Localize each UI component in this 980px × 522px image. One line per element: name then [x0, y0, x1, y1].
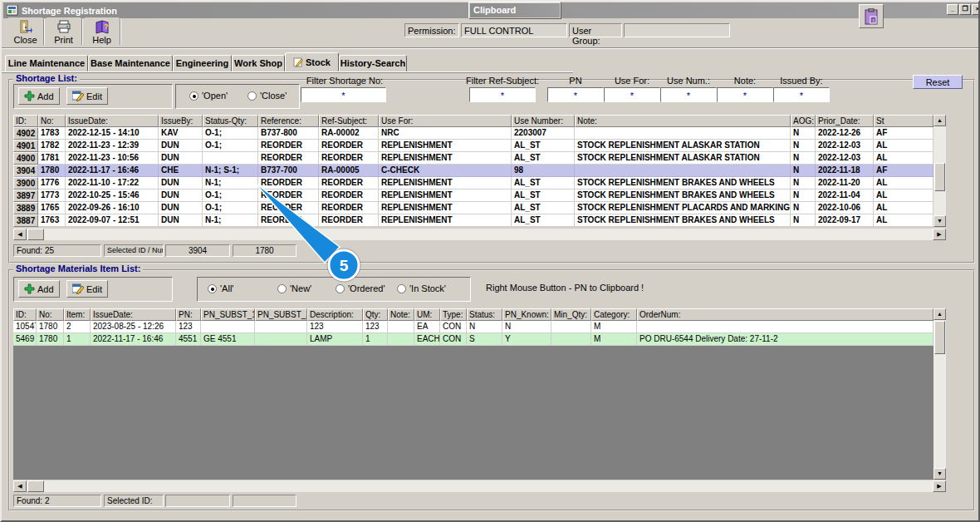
shortage-edit-button[interactable]: Edit	[66, 87, 108, 105]
table-row[interactable]: 5469178012022-11-17 - 16:464551GE 4551LA…	[13, 333, 933, 346]
filter-input-note[interactable]: *	[717, 87, 773, 102]
column-header[interactable]: Use For:	[379, 115, 512, 127]
tab-work-shop[interactable]: Work Shop	[232, 55, 285, 71]
table-row[interactable]: 390417802022-11-17 - 16:46CHEN-1; S-1;B7…	[13, 165, 933, 177]
table-cell: DUN	[159, 202, 203, 214]
table-row[interactable]: 490217832022-12-15 - 14:10KAVO-1;B737-80…	[13, 127, 933, 140]
column-header[interactable]: IssueDate:	[66, 115, 159, 127]
radio-dot[interactable]	[336, 284, 345, 293]
help-book-icon: ?	[95, 19, 110, 34]
scroll-thumb[interactable]	[27, 229, 44, 240]
column-header[interactable]: Item:	[64, 308, 91, 321]
radio-dot[interactable]	[397, 284, 406, 293]
column-header[interactable]: AOG:	[791, 115, 816, 127]
table-row[interactable]: 388917652022-09-26 - 16:10DUNO-1;REORDER…	[13, 202, 933, 214]
column-header[interactable]: IssueDate:	[91, 308, 176, 321]
scroll-up-arrow[interactable]: ▲	[933, 308, 946, 320]
close-button[interactable]: Close	[8, 17, 42, 47]
column-header[interactable]: Note:	[575, 115, 791, 127]
column-header[interactable]: UM:	[414, 308, 440, 321]
materials-edit-button[interactable]: Edit	[66, 280, 108, 298]
filter-input-filter-ref-subject[interactable]: *	[469, 87, 536, 102]
close-window-button[interactable]: ×	[972, 4, 980, 15]
materials-table-hscrollbar[interactable]: ◀ ▶	[13, 480, 946, 492]
column-header[interactable]: OrderNum:	[637, 308, 933, 321]
filter-input-use-num[interactable]: *	[660, 87, 717, 102]
minimize-button[interactable]: _	[947, 4, 958, 15]
shortage-table-vscrollbar[interactable]: ▲ ▼	[933, 115, 946, 227]
radio-dot[interactable]	[277, 284, 287, 293]
clipboard-panel[interactable]: Clipboard	[468, 2, 561, 19]
radio-new[interactable]: 'New'	[277, 283, 311, 293]
filter-input-issued-by[interactable]: *	[773, 87, 830, 102]
table-row[interactable]: 389717732022-10-25 - 15:46DUNO-1;REORDER…	[13, 190, 933, 202]
column-header[interactable]: Status-Qty:	[203, 115, 258, 127]
column-header[interactable]: IssueBy:	[159, 115, 203, 127]
scroll-down-arrow[interactable]: ▼	[933, 215, 946, 227]
shortage-table-hscrollbar[interactable]: ◀ ▶	[13, 229, 946, 240]
scroll-right-arrow[interactable]: ▶	[933, 229, 946, 240]
scroll-left-arrow[interactable]: ◀	[13, 229, 27, 240]
reset-button[interactable]: Reset	[913, 75, 963, 89]
table-row[interactable]: 490017812022-11-23 - 10:56DUNREORDERREOR…	[13, 152, 933, 165]
column-header[interactable]: Note:	[388, 308, 414, 321]
radio-instock[interactable]: 'In Stock'	[397, 283, 446, 293]
scroll-thumb[interactable]	[934, 163, 945, 191]
radio-dot[interactable]	[208, 284, 217, 293]
column-header[interactable]: PN:	[176, 308, 201, 321]
scroll-right-arrow[interactable]: ▶	[933, 480, 946, 492]
column-header[interactable]: No:	[37, 308, 64, 321]
column-header[interactable]: PN_SUBST_1:	[201, 308, 255, 321]
column-header[interactable]: Reference:	[258, 115, 319, 127]
radio-close[interactable]: 'Close'	[247, 91, 287, 101]
scroll-left-arrow[interactable]: ◀	[13, 480, 27, 492]
column-header[interactable]: Description:	[307, 308, 363, 321]
table-cell	[575, 165, 791, 177]
restore-button[interactable]: ❐	[959, 4, 971, 15]
column-header[interactable]: Category:	[591, 308, 637, 321]
table-row[interactable]: 10547178022023-08-25 - 12:26123123123EAC…	[13, 321, 933, 333]
tab-history-search[interactable]: History-Search	[339, 55, 407, 71]
scroll-thumb[interactable]	[934, 321, 945, 354]
table-row[interactable]: 388717632022-09-07 - 12:51DUNN-1;REORDER…	[13, 214, 933, 227]
column-header[interactable]: St	[874, 115, 933, 127]
help-button[interactable]: ? Help	[85, 17, 119, 47]
column-header[interactable]: Type:	[440, 308, 467, 321]
table-row[interactable]: 390017762022-11-10 - 17:22DUNN-1;REORDER…	[13, 177, 933, 190]
shortage-add-button[interactable]: Add	[18, 87, 60, 105]
column-header[interactable]: Qty:	[363, 308, 388, 321]
column-header[interactable]: Status:	[467, 308, 502, 321]
radio-dot[interactable]	[189, 91, 198, 101]
column-header[interactable]: ID:	[13, 308, 37, 321]
table-row[interactable]: 490117822022-11-23 - 12:39DUNO-1;REORDER…	[13, 140, 933, 152]
filter-input-filter-shortage-no[interactable]: *	[301, 87, 386, 102]
column-header[interactable]: ID:	[13, 115, 38, 127]
column-header[interactable]: PN_SUBST_2:	[255, 308, 307, 321]
filter-input-pn[interactable]: *	[547, 87, 604, 102]
column-header[interactable]: Use Number:	[512, 115, 575, 127]
table-cell: AL	[874, 202, 933, 214]
tab-stock[interactable]: Stock	[285, 52, 339, 71]
radio-all[interactable]: 'All'	[208, 283, 233, 293]
radio-dot[interactable]	[247, 91, 257, 101]
tab-line-maintenance[interactable]: Line Maintenance	[5, 55, 88, 71]
column-header[interactable]: No:	[38, 115, 66, 127]
print-button[interactable]: Print	[47, 17, 81, 47]
column-header[interactable]: Ref-Subject:	[319, 115, 379, 127]
materials-table-vscrollbar[interactable]: ▲ ▼	[933, 308, 946, 480]
tab-label: Base Maintenance	[91, 58, 170, 68]
scroll-thumb[interactable]	[27, 480, 44, 492]
column-header[interactable]: PN_Known:	[502, 308, 551, 321]
scroll-up-arrow[interactable]: ▲	[933, 115, 946, 126]
clipboard-tool-button[interactable]: s	[859, 4, 884, 28]
tab-engineering[interactable]: Engineering	[173, 55, 232, 71]
materials-add-button[interactable]: Add	[18, 280, 60, 298]
table-cell: STOCK REPLENISHMENT ALASKAR STATION	[575, 140, 791, 152]
column-header[interactable]: Min_Qty:	[551, 308, 591, 321]
radio-ordered[interactable]: 'Ordered'	[336, 283, 385, 293]
radio-open[interactable]: 'Open'	[189, 91, 228, 101]
filter-input-use-for[interactable]: *	[604, 87, 660, 102]
column-header[interactable]: Prior_Date:	[816, 115, 874, 127]
tab-base-maintenance[interactable]: Base Maintenance	[88, 55, 173, 71]
scroll-down-arrow[interactable]: ▼	[933, 468, 946, 480]
